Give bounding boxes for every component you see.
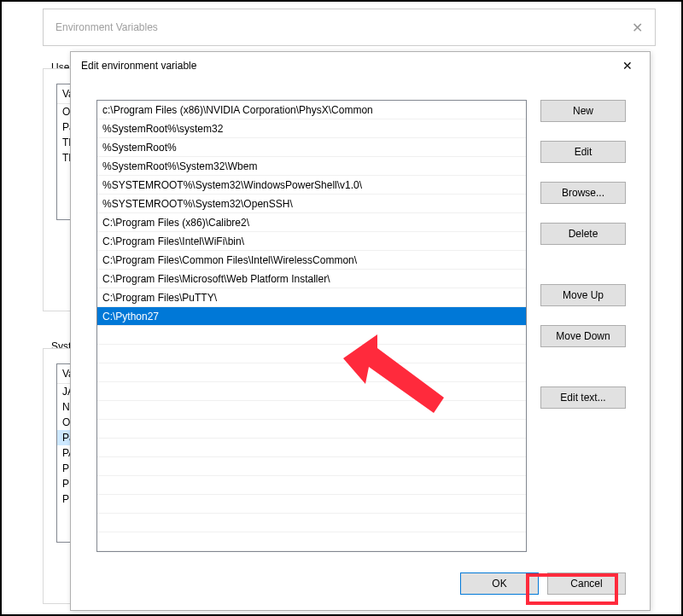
dialog-title: Edit environment variable <box>81 60 609 72</box>
edit-text-button[interactable]: Edit text... <box>540 386 626 409</box>
edit-env-var-dialog: Edit environment variable ✕ c:\Program F… <box>70 51 651 611</box>
cancel-button[interactable]: Cancel <box>547 572 626 595</box>
path-row[interactable] <box>97 326 526 345</box>
path-row[interactable] <box>97 532 526 551</box>
path-row[interactable] <box>97 457 526 476</box>
path-row[interactable]: c:\Program Files (x86)\NVIDIA Corporatio… <box>97 101 526 119</box>
path-row[interactable]: %SYSTEMROOT%\System32\OpenSSH\ <box>97 195 526 213</box>
path-listbox[interactable]: c:\Program Files (x86)\NVIDIA Corporatio… <box>96 100 527 552</box>
path-row[interactable] <box>97 363 526 382</box>
path-row[interactable]: %SystemRoot%\System32\Wbem <box>97 157 526 176</box>
path-row[interactable]: %SystemRoot% <box>97 138 526 157</box>
path-row[interactable]: C:\Program Files\Microsoft\Web Platform … <box>97 270 526 288</box>
close-icon[interactable]: ✕ <box>609 54 646 78</box>
path-row[interactable] <box>97 495 526 514</box>
dialog-footer: OK Cancel <box>71 561 650 610</box>
path-row[interactable]: %SYSTEMROOT%\System32\WindowsPowerShell\… <box>97 176 526 195</box>
path-row[interactable] <box>97 401 526 420</box>
path-row[interactable] <box>97 514 526 532</box>
side-button-panel: New Edit Browse... Delete Move Up Move D… <box>540 100 626 561</box>
path-row[interactable] <box>97 345 526 363</box>
dialog-titlebar: Edit environment variable ✕ <box>71 52 650 79</box>
edit-button[interactable]: Edit <box>540 141 626 163</box>
path-row[interactable]: C:\Program Files\Common Files\Intel\Wire… <box>97 251 526 270</box>
move-up-button[interactable]: Move Up <box>540 284 626 306</box>
path-row[interactable]: C:\Program Files\PuTTY\ <box>97 288 526 307</box>
path-row[interactable]: C:\Python27 <box>97 307 526 326</box>
path-row[interactable] <box>97 382 526 401</box>
delete-button[interactable]: Delete <box>540 223 626 245</box>
path-row[interactable]: C:\Program Files\Intel\WiFi\bin\ <box>97 232 526 251</box>
parent-close-icon[interactable]: ✕ <box>632 20 643 36</box>
parent-dialog-titlebar: Environment Variables ✕ <box>43 9 656 46</box>
path-row[interactable]: C:\Program Files (x86)\Calibre2\ <box>97 213 526 232</box>
path-row[interactable] <box>97 420 526 439</box>
path-row[interactable]: %SystemRoot%\system32 <box>97 119 526 138</box>
path-row[interactable] <box>97 476 526 495</box>
ok-button[interactable]: OK <box>460 572 539 595</box>
browse-button[interactable]: Browse... <box>540 182 626 204</box>
move-down-button[interactable]: Move Down <box>540 325 626 347</box>
new-button[interactable]: New <box>540 100 626 122</box>
parent-dialog-title: Environment Variables <box>55 21 632 33</box>
path-row[interactable] <box>97 439 526 457</box>
